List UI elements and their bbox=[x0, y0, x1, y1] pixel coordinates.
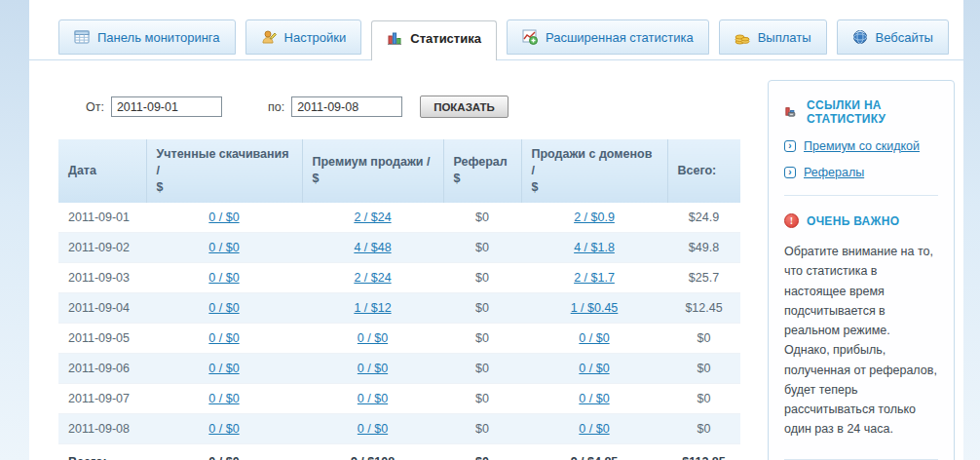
table-cell: 1 / $12 bbox=[302, 292, 443, 323]
bar-chart-icon bbox=[387, 30, 402, 46]
table-cell: 0 / $0 bbox=[146, 353, 302, 383]
user-settings-icon bbox=[261, 29, 277, 45]
tab-websites[interactable]: Вебсайты bbox=[837, 19, 949, 55]
page-background-strip-right bbox=[963, 0, 980, 460]
premium-link[interactable]: 0 / $0 bbox=[358, 362, 388, 375]
premium-link[interactable]: 2 / $24 bbox=[354, 271, 391, 285]
show-button[interactable]: ПОКАЗАТЬ bbox=[420, 96, 509, 118]
stats-links-list: › Премиум со скидкой › Рефералы bbox=[784, 139, 938, 179]
table-cell: 0 / $0 bbox=[146, 292, 302, 323]
table-cell: 0 / $0 bbox=[302, 413, 443, 443]
premium-link[interactable]: 0 / $0 bbox=[358, 331, 388, 345]
content-area: Панель мониторинга Настройки Статистика … bbox=[29, 0, 963, 460]
table-cell: 0 / $0 bbox=[302, 383, 443, 413]
arrow-bullet-icon: › bbox=[784, 167, 796, 178]
totals-label: Всего: bbox=[58, 443, 146, 460]
totals-referral: $0 bbox=[443, 443, 521, 460]
premium-discount-link[interactable]: Премиум со скидкой bbox=[804, 139, 920, 153]
col-header-referral: Реферал $ bbox=[443, 139, 521, 203]
referral-cell: $0 bbox=[443, 292, 521, 323]
premium-link[interactable]: 0 / $0 bbox=[358, 392, 388, 405]
referral-cell: $0 bbox=[443, 353, 521, 383]
line-chart-add-icon bbox=[522, 29, 538, 45]
date-cell: 2011-09-03 bbox=[58, 262, 146, 292]
referral-cell: $0 bbox=[443, 203, 521, 233]
tab-label: Вебсайты bbox=[876, 30, 933, 45]
downloads-link[interactable]: 0 / $0 bbox=[208, 241, 239, 254]
table-row: 2011-09-010 / $02 / $24$02 / $0.9$24.9 bbox=[58, 203, 740, 233]
date-to-input[interactable] bbox=[291, 96, 402, 117]
date-cell: 2011-09-07 bbox=[58, 383, 146, 413]
domains-link[interactable]: 0 / $0 bbox=[579, 422, 609, 436]
table-cell: 2 / $24 bbox=[302, 203, 443, 233]
tab-label: Настройки bbox=[284, 30, 347, 45]
totals-premium: 9 / $108 bbox=[302, 443, 443, 460]
table-header-row: Дата Учтенные скачивания / $ Премиум про… bbox=[58, 139, 740, 203]
referral-cell: $0 bbox=[443, 413, 521, 443]
referrals-link[interactable]: Рефералы bbox=[804, 166, 864, 179]
table-cell: 0 / $0 bbox=[302, 323, 443, 353]
domains-link[interactable]: 0 / $0 bbox=[579, 331, 609, 345]
date-cell: 2011-09-04 bbox=[58, 292, 146, 323]
col-header-total: Всего: bbox=[667, 139, 740, 203]
mini-bar-chart-icon bbox=[784, 103, 799, 121]
total-cell: $0 bbox=[667, 383, 740, 413]
premium-link[interactable]: 2 / $24 bbox=[354, 211, 391, 224]
total-cell: $12.45 bbox=[667, 292, 740, 323]
total-cell: $25.7 bbox=[667, 262, 740, 292]
table-cell: 0 / $0 bbox=[146, 413, 302, 443]
downloads-link[interactable]: 0 / $0 bbox=[208, 331, 239, 345]
premium-link[interactable]: 1 / $12 bbox=[354, 301, 391, 315]
tab-settings[interactable]: Настройки bbox=[245, 19, 362, 55]
table-cell: 0 / $0 bbox=[521, 353, 667, 383]
downloads-link[interactable]: 0 / $0 bbox=[208, 211, 239, 224]
stats-links-heading: ССЫЛКИ НА СТАТИСТИКУ bbox=[784, 98, 938, 126]
domains-link[interactable]: 2 / $1.7 bbox=[574, 271, 615, 285]
tab-label: Панель мониторинга bbox=[97, 30, 220, 45]
warning-icon: ! bbox=[784, 213, 799, 228]
tab-advanced-statistics[interactable]: Расширенная статистика bbox=[507, 19, 709, 55]
statistics-table: Дата Учтенные скачивания / $ Премиум про… bbox=[58, 139, 740, 460]
referral-cell: $0 bbox=[443, 232, 521, 262]
domains-link[interactable]: 1 / $0.45 bbox=[571, 301, 619, 315]
domains-link[interactable]: 2 / $0.9 bbox=[574, 211, 615, 224]
table-cell: 1 / $0.45 bbox=[521, 292, 667, 323]
table-cell: 0 / $0 bbox=[146, 383, 302, 413]
sidebar-divider bbox=[784, 195, 938, 196]
tab-monitoring-panel[interactable]: Панель мониторинга bbox=[58, 19, 236, 55]
domains-link[interactable]: 4 / $1.8 bbox=[574, 241, 615, 254]
tab-statistics[interactable]: Статистика bbox=[371, 20, 497, 60]
tab-label: Расширенная статистика bbox=[546, 30, 694, 45]
totals-total: $112.85 bbox=[667, 443, 740, 460]
table-cell: 0 / $0 bbox=[146, 232, 302, 262]
table-cell: 0 / $0 bbox=[146, 262, 302, 292]
date-cell: 2011-09-01 bbox=[58, 203, 146, 233]
important-heading: ! ОЧЕНЬ ВАЖНО bbox=[784, 213, 938, 228]
downloads-link[interactable]: 0 / $0 bbox=[208, 392, 239, 405]
premium-link[interactable]: 0 / $0 bbox=[358, 422, 388, 436]
downloads-link[interactable]: 0 / $0 bbox=[208, 271, 239, 285]
total-cell: $49.8 bbox=[667, 232, 740, 262]
total-cell: $0 bbox=[667, 323, 740, 353]
domains-link[interactable]: 0 / $0 bbox=[579, 362, 609, 375]
referral-cell: $0 bbox=[443, 323, 521, 353]
table-cell: 0 / $0 bbox=[302, 353, 443, 383]
premium-link[interactable]: 4 / $48 bbox=[354, 241, 391, 254]
col-header-date: Дата bbox=[58, 139, 146, 203]
dashboard-table-icon bbox=[74, 29, 90, 45]
domains-link[interactable]: 0 / $0 bbox=[579, 392, 609, 405]
date-from-input[interactable] bbox=[111, 96, 222, 117]
tab-label: Статистика bbox=[410, 31, 481, 46]
table-cell: 0 / $0 bbox=[146, 203, 302, 233]
downloads-link[interactable]: 0 / $0 bbox=[208, 362, 239, 375]
table-row: 2011-09-060 / $00 / $0$00 / $0$0 bbox=[58, 353, 740, 383]
date-cell: 2011-09-02 bbox=[58, 232, 146, 262]
col-header-domains: Продажи с доменов / $ bbox=[521, 139, 667, 203]
stats-links-title: ССЫЛКИ НА СТАТИСТИКУ bbox=[807, 98, 938, 126]
totals-downloads: 0 / $0 bbox=[146, 443, 302, 460]
table-cell: 0 / $0 bbox=[146, 323, 302, 353]
downloads-link[interactable]: 0 / $0 bbox=[208, 422, 239, 436]
tab-payouts[interactable]: Выплаты bbox=[719, 19, 827, 55]
downloads-link[interactable]: 0 / $0 bbox=[208, 301, 239, 315]
main-area: От: по: ПОКАЗАТЬ Дата Учтенные скачивани… bbox=[29, 60, 963, 460]
